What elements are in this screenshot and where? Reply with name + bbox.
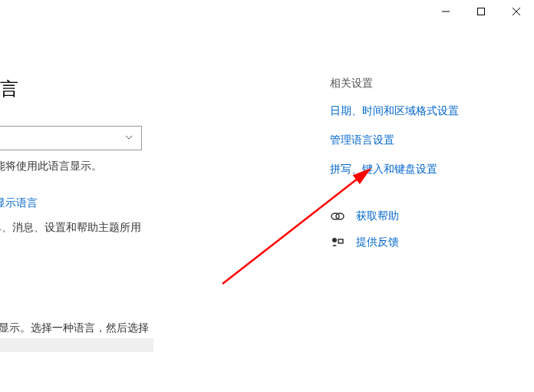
maximize-button[interactable] (463, 0, 499, 23)
close-button[interactable] (499, 0, 534, 23)
windows-nav-description: lows 导航、菜单、消息、设置和帮助主题所用 (0, 219, 230, 236)
svg-point-4 (331, 213, 339, 219)
right-panel: 相关设置 日期、时间和区域格式设置 管理语言设置 拼写、键入和键盘设置 获取帮助 (330, 77, 514, 261)
svg-rect-7 (338, 239, 343, 243)
give-feedback-label: 提供反馈 (356, 236, 399, 249)
chat-help-icon (330, 209, 345, 224)
display-language-description: 等 Windows 功能将使用此语言显示。 (0, 160, 230, 173)
minimize-button[interactable] (428, 0, 463, 23)
chevron-down-icon (124, 132, 134, 144)
bottom-bar (0, 338, 153, 352)
window-controls (428, 0, 534, 23)
support-section: 获取帮助 提供反馈 (330, 209, 514, 250)
page-heading: 言 (0, 77, 230, 101)
preferred-language-line1: 寺的第一种语言显示。选择一种语言，然后选择 (0, 321, 149, 334)
datetime-region-link[interactable]: 日期、时间和区域格式设置 (330, 104, 514, 118)
display-language-dropdown[interactable] (0, 126, 142, 150)
typing-keyboard-link[interactable]: 拼写、键入和键盘设置 (330, 163, 514, 176)
give-feedback-link[interactable]: 提供反馈 (330, 235, 514, 250)
maximize-icon (477, 8, 485, 15)
get-help-label: 获取帮助 (356, 209, 399, 223)
svg-rect-1 (478, 8, 485, 15)
manage-language-link[interactable]: 管理语言设置 (330, 133, 514, 147)
left-panel: 言 等 Windows 功能将使用此语言显示。 添加 Windows 显示语言 … (0, 0, 230, 352)
close-icon (513, 8, 520, 15)
add-display-language-link[interactable]: 添加 Windows 显示语言 (0, 196, 230, 210)
get-help-link[interactable]: 获取帮助 (330, 209, 514, 224)
svg-point-6 (332, 238, 337, 242)
svg-point-5 (336, 213, 344, 219)
add-display-language-label: 添加 Windows 显示语言 (0, 196, 38, 210)
minimize-icon (442, 8, 450, 15)
related-settings-heading: 相关设置 (330, 77, 514, 91)
feedback-icon (330, 235, 345, 250)
